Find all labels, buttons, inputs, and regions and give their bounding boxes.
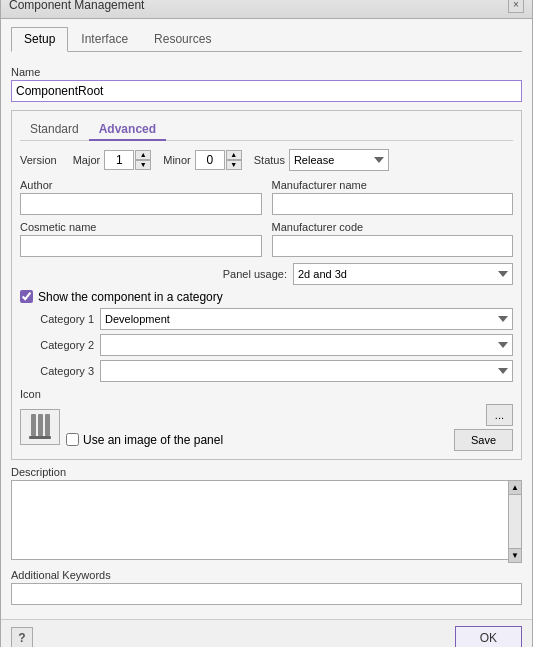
main-tabs: Setup Interface Resources bbox=[11, 27, 522, 52]
category-3-row: Category 3 bbox=[20, 360, 513, 382]
keywords-label: Additional Keywords bbox=[11, 569, 522, 581]
category-3-select[interactable] bbox=[100, 360, 513, 382]
author-input[interactable] bbox=[20, 193, 262, 215]
show-category-checkbox[interactable] bbox=[20, 290, 33, 303]
icon-browse-row: ... bbox=[66, 404, 513, 426]
description-textarea[interactable] bbox=[11, 480, 522, 560]
minor-spinbox: ▲ ▼ bbox=[195, 150, 242, 170]
version-row: Version Major ▲ ▼ Minor ▲ ▼ bbox=[20, 149, 513, 171]
name-section: Name bbox=[11, 66, 522, 102]
author-manufacturer-row: Author Manufacturer name bbox=[20, 179, 513, 215]
show-category-label: Show the component in a category bbox=[38, 290, 223, 304]
category-1-select[interactable]: Development UI Logic bbox=[100, 308, 513, 330]
major-spin-buttons: ▲ ▼ bbox=[135, 150, 151, 170]
cosmetic-manufacturer-code-row: Cosmetic name Manufacturer code bbox=[20, 221, 513, 257]
author-section: Author bbox=[20, 179, 262, 215]
keywords-section: Additional Keywords bbox=[11, 569, 522, 605]
major-input[interactable] bbox=[104, 150, 134, 170]
ok-button[interactable]: OK bbox=[455, 626, 522, 648]
manufacturer-name-input[interactable] bbox=[272, 193, 514, 215]
categories-section: Category 1 Development UI Logic Category… bbox=[20, 308, 513, 382]
help-button[interactable]: ? bbox=[11, 627, 33, 648]
use-panel-image-label: Use an image of the panel bbox=[83, 433, 223, 447]
description-scrollbar[interactable]: ▲ ▼ bbox=[508, 480, 522, 563]
minor-spin-up[interactable]: ▲ bbox=[226, 150, 242, 160]
icon-use-panel-row: Use an image of the panel Save bbox=[66, 429, 513, 451]
category-2-select[interactable] bbox=[100, 334, 513, 356]
inner-tab-standard[interactable]: Standard bbox=[20, 119, 89, 140]
status-select[interactable]: Release Beta Alpha Deprecated bbox=[289, 149, 389, 171]
show-category-row: Show the component in a category bbox=[20, 290, 513, 304]
major-spin-down[interactable]: ▼ bbox=[135, 160, 151, 170]
manufacturer-name-section: Manufacturer name bbox=[272, 179, 514, 215]
tab-interface[interactable]: Interface bbox=[68, 27, 141, 51]
title-bar: Component Management × bbox=[1, 0, 532, 19]
window-title: Component Management bbox=[9, 0, 144, 12]
keywords-input[interactable] bbox=[11, 583, 522, 605]
inner-tabs: Standard Advanced bbox=[20, 119, 513, 141]
status-label: Status bbox=[254, 154, 285, 166]
major-spinbox: ▲ ▼ bbox=[104, 150, 151, 170]
tool-icon bbox=[26, 412, 54, 442]
close-button[interactable]: × bbox=[508, 0, 524, 13]
minor-spin-down[interactable]: ▼ bbox=[226, 160, 242, 170]
major-spin-up[interactable]: ▲ bbox=[135, 150, 151, 160]
minor-spin-buttons: ▲ ▼ bbox=[226, 150, 242, 170]
description-section: Description ▲ ▼ bbox=[11, 466, 522, 563]
category-1-label: Category 1 bbox=[20, 313, 100, 325]
description-label: Description bbox=[11, 466, 522, 478]
icon-wrapper: Icon ... bbox=[20, 388, 513, 451]
cosmetic-name-label: Cosmetic name bbox=[20, 221, 262, 233]
cosmetic-name-section: Cosmetic name bbox=[20, 221, 262, 257]
svg-rect-1 bbox=[38, 414, 43, 436]
inner-tab-advanced[interactable]: Advanced bbox=[89, 119, 166, 141]
category-1-row: Category 1 Development UI Logic bbox=[20, 308, 513, 330]
cosmetic-name-input[interactable] bbox=[20, 235, 262, 257]
version-label: Version bbox=[20, 154, 57, 166]
name-label: Name bbox=[11, 66, 522, 78]
icon-save-button[interactable]: Save bbox=[454, 429, 513, 451]
minor-input[interactable] bbox=[195, 150, 225, 170]
component-management-window: Component Management × Setup Interface R… bbox=[0, 0, 533, 647]
name-input[interactable] bbox=[11, 80, 522, 102]
manufacturer-code-input[interactable] bbox=[272, 235, 514, 257]
category-3-label: Category 3 bbox=[20, 365, 100, 377]
svg-rect-2 bbox=[45, 414, 50, 436]
tab-resources[interactable]: Resources bbox=[141, 27, 224, 51]
footer: ? OK bbox=[1, 619, 532, 648]
panel-usage-row: Panel usage: 2d and 3d 2d only 3d only bbox=[20, 263, 513, 285]
category-2-label: Category 2 bbox=[20, 339, 100, 351]
manufacturer-name-label: Manufacturer name bbox=[272, 179, 514, 191]
inner-section: Standard Advanced Version Major ▲ ▼ Mino… bbox=[11, 110, 522, 460]
svg-rect-3 bbox=[29, 436, 51, 439]
icon-controls: ... Use an image of the panel Save bbox=[66, 404, 513, 451]
icon-preview bbox=[20, 409, 60, 445]
minor-label: Minor bbox=[163, 154, 191, 166]
icon-row: ... Use an image of the panel Save bbox=[20, 404, 513, 451]
svg-rect-0 bbox=[31, 414, 36, 436]
manufacturer-code-label: Manufacturer code bbox=[272, 221, 514, 233]
use-panel-image-checkbox[interactable] bbox=[66, 433, 79, 446]
panel-usage-label: Panel usage: bbox=[223, 268, 287, 280]
icon-section-title: Icon bbox=[20, 388, 513, 400]
icon-browse-button[interactable]: ... bbox=[486, 404, 513, 426]
category-2-row: Category 2 bbox=[20, 334, 513, 356]
panel-usage-select[interactable]: 2d and 3d 2d only 3d only bbox=[293, 263, 513, 285]
author-label: Author bbox=[20, 179, 262, 191]
tab-setup[interactable]: Setup bbox=[11, 27, 68, 52]
manufacturer-code-section: Manufacturer code bbox=[272, 221, 514, 257]
major-label: Major bbox=[73, 154, 101, 166]
